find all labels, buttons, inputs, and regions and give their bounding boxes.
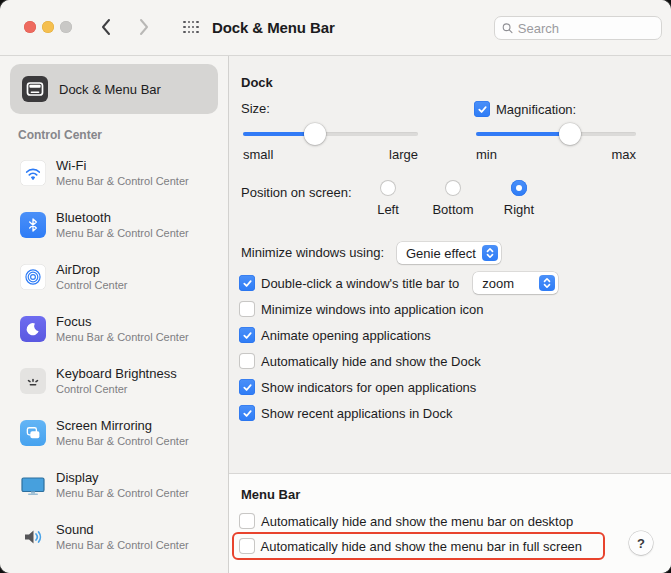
size-slider[interactable]: [243, 123, 418, 145]
hide-menu-bar-desktop-checkbox-row[interactable]: Automatically hide and show the menu bar…: [239, 510, 573, 532]
checkbox[interactable]: [239, 538, 255, 554]
checkbox[interactable]: [239, 405, 255, 421]
checkbox-label: Automatically hide and show the menu bar…: [261, 514, 573, 529]
sidebar-item-wifi[interactable]: Wi-FiMenu Bar & Control Center: [0, 147, 228, 199]
checkmark-icon: [242, 408, 253, 419]
sidebar-item-subtitle: Menu Bar & Control Center: [56, 226, 189, 240]
sidebar-item-label: Screen Mirroring: [56, 418, 189, 434]
checkbox-label: Minimize windows into application icon: [261, 302, 484, 317]
checkmark-icon: [242, 382, 253, 393]
checkmark-icon: [242, 330, 253, 341]
slider-fill: [476, 132, 570, 136]
sidebar-item-subtitle: Menu Bar & Control Center: [56, 330, 189, 344]
sidebar-item-label: Dock & Menu Bar: [59, 82, 161, 97]
checkbox-label: Show indicators for open applications: [261, 380, 476, 395]
size-min-label: small: [243, 147, 273, 162]
minimize-button[interactable]: [42, 21, 54, 33]
sidebar-item-screen-mirroring[interactable]: Screen MirroringMenu Bar & Control Cente…: [0, 407, 228, 459]
checkbox[interactable]: [239, 513, 255, 529]
sidebar-item-label: Keyboard Brightness: [56, 366, 177, 382]
checkbox-label: Automatically hide and show the menu bar…: [261, 539, 583, 554]
airdrop-icon: [20, 264, 46, 290]
sidebar-item-display[interactable]: DisplayMenu Bar & Control Center: [0, 459, 228, 511]
sidebar-item-subtitle: Menu Bar & Control Center: [56, 538, 189, 552]
checkbox-label: Automatically hide and show the Dock: [261, 354, 481, 369]
slider-thumb[interactable]: [304, 123, 326, 145]
sidebar-section-header: Control Center: [18, 128, 102, 142]
sidebar-item-airdrop[interactable]: AirDropControl Center: [0, 251, 228, 303]
show-all-grid-button[interactable]: [183, 20, 199, 34]
sidebar-item-label: Sound: [56, 522, 189, 538]
sidebar-item-label: AirDrop: [56, 262, 128, 278]
checkbox-label: Show recent applications in Dock: [261, 406, 453, 421]
dropdown-value: Genie effect: [406, 246, 476, 261]
search-icon: [502, 22, 513, 34]
display-icon: [20, 472, 46, 498]
magnification-slider[interactable]: [476, 123, 636, 145]
checkbox[interactable]: [239, 379, 255, 395]
checkbox[interactable]: [239, 301, 255, 317]
sidebar-item-label: Display: [56, 470, 189, 486]
checkbox[interactable]: [239, 275, 255, 291]
wifi-icon: [20, 160, 46, 186]
sidebar-item-subtitle: Menu Bar & Control Center: [56, 486, 189, 500]
sidebar-item-dock-menu-bar[interactable]: Dock & Menu Bar: [10, 64, 218, 114]
menu-bar-section-heading: Menu Bar: [241, 487, 300, 502]
double-click-titlebar-checkbox-row[interactable]: Double-click a window's title bar to zoo…: [239, 272, 558, 294]
bluetooth-icon: [20, 212, 46, 238]
sidebar-item-subtitle: Control Center: [56, 278, 128, 292]
close-button[interactable]: [24, 21, 36, 33]
forward-button[interactable]: [131, 15, 155, 39]
sidebar-item-label: Focus: [56, 314, 189, 330]
sidebar-item-subtitle: Menu Bar & Control Center: [56, 174, 189, 188]
auto-hide-dock-checkbox-row[interactable]: Automatically hide and show the Dock: [239, 350, 481, 372]
magnification-label: Magnification:: [496, 102, 576, 117]
checkmark-icon: [242, 278, 253, 289]
traffic-lights: [24, 21, 72, 33]
minimize-into-icon-checkbox-row[interactable]: Minimize windows into application icon: [239, 298, 484, 320]
magnification-checkbox[interactable]: [474, 101, 490, 117]
radio-icon[interactable]: [380, 180, 396, 196]
search-input[interactable]: [518, 21, 654, 36]
checkbox[interactable]: [239, 327, 255, 343]
search-field[interactable]: [494, 16, 662, 40]
position-radio-right[interactable]: Right: [479, 180, 559, 217]
size-max-label: large: [389, 147, 418, 162]
chevron-left-icon: [100, 18, 111, 36]
animate-opening-checkbox-row[interactable]: Animate opening applications: [239, 324, 431, 346]
minimize-effect-dropdown[interactable]: Genie effect: [397, 242, 501, 264]
checkbox-label: Animate opening applications: [261, 328, 431, 343]
magnification-checkbox-row[interactable]: Magnification:: [474, 98, 576, 120]
radio-icon[interactable]: [445, 180, 461, 196]
help-button[interactable]: ?: [629, 531, 653, 555]
show-indicators-checkbox-row[interactable]: Show indicators for open applications: [239, 376, 476, 398]
show-recent-apps-checkbox-row[interactable]: Show recent applications in Dock: [239, 402, 453, 424]
annotation-highlight-box: Automatically hide and show the menu bar…: [232, 532, 605, 560]
radio-label: Right: [504, 202, 534, 217]
titlebar-action-dropdown[interactable]: zoom: [473, 272, 558, 294]
checkbox[interactable]: [239, 353, 255, 369]
title-bar: Dock & Menu Bar: [0, 0, 671, 56]
position-label: Position on screen:: [241, 185, 352, 200]
magnification-max-label: max: [611, 147, 636, 162]
slider-thumb[interactable]: [559, 123, 581, 145]
screen-mirroring-icon: [20, 420, 46, 446]
page-title: Dock & Menu Bar: [212, 19, 335, 36]
dropdown-value: zoom: [482, 276, 514, 291]
sidebar-item-sound[interactable]: SoundMenu Bar & Control Center: [0, 511, 228, 563]
sidebar-item-label: Bluetooth: [56, 210, 189, 226]
chevron-up-down-icon: [482, 245, 498, 261]
hide-menu-bar-fullscreen-checkbox-row[interactable]: Automatically hide and show the menu bar…: [239, 535, 583, 557]
radio-label: Bottom: [432, 202, 473, 217]
main-panel: Dock Size: Magnification: small large mi…: [228, 56, 671, 573]
radio-icon[interactable]: [511, 180, 527, 196]
sidebar-item-bluetooth[interactable]: BluetoothMenu Bar & Control Center: [0, 199, 228, 251]
chevron-right-icon: [138, 18, 149, 36]
preferences-window: Dock & Menu Bar Dock & Menu Bar Control …: [0, 0, 671, 573]
dock-section-heading: Dock: [241, 75, 273, 90]
back-button[interactable]: [93, 15, 117, 39]
minimize-effect-label: Minimize windows using:: [241, 245, 384, 260]
sidebar-item-focus[interactable]: FocusMenu Bar & Control Center: [0, 303, 228, 355]
sidebar-item-keyboard-brightness[interactable]: Keyboard BrightnessControl Center: [0, 355, 228, 407]
checkmark-icon: [477, 104, 488, 115]
